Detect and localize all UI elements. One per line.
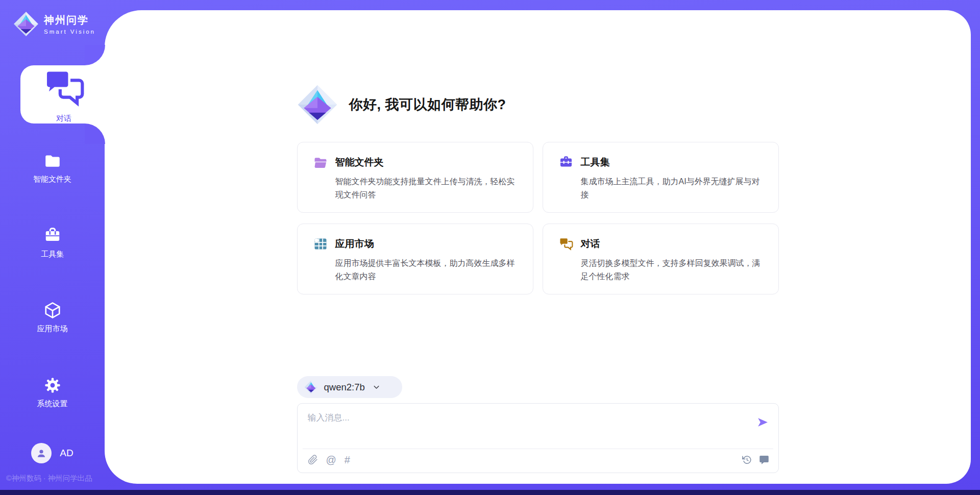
conversation-list-button[interactable] (759, 455, 769, 465)
model-logo-icon (304, 380, 318, 394)
greeting-text: 你好, 我可以如何帮助你? (349, 95, 506, 114)
paperclip-icon (308, 455, 318, 465)
card-description: 智能文件夹功能支持批量文件上传与清洗，轻松实现文件问答 (335, 175, 519, 201)
feature-cards: 智能文件夹 智能文件夹功能支持批量文件上传与清洗，轻松实现文件问答 (297, 142, 779, 294)
toolbox-icon (558, 155, 574, 170)
feature-card-chat[interactable]: 对话 灵活切换多模型文件，支持多样回复效果调试，满足个性化需求 (543, 224, 779, 294)
send-icon[interactable] (756, 416, 769, 429)
active-tab-fillet-top (85, 45, 105, 65)
message-composer: @ # (297, 403, 779, 473)
feature-card-app-market[interactable]: 应用市场 应用市场提供丰富长文本模板，助力高效生成多样化文章内容 (297, 224, 533, 294)
folder-icon (43, 152, 62, 170)
model-selector[interactable]: qwen2:7b (297, 376, 402, 398)
sidebar-item-label: 系统设置 (37, 399, 68, 409)
sidebar-item-smart-folder[interactable]: 智能文件夹 (0, 152, 105, 184)
feature-card-toolset[interactable]: 工具集 集成市场上主流工具，助力AI与外界无缝扩展与对接 (543, 142, 779, 213)
folder-icon (313, 155, 328, 170)
chat-icon (42, 65, 86, 110)
brand[interactable]: 神州问学 Smart Vision (13, 11, 95, 37)
brand-logo-icon (13, 11, 39, 37)
chat-icon (558, 236, 574, 252)
card-description: 灵活切换多模型文件，支持多样回复效果调试，满足个性化需求 (581, 257, 764, 283)
sidebar-item-app-market[interactable]: 应用市场 (0, 301, 105, 334)
avatar (31, 443, 52, 463)
card-title: 智能文件夹 (335, 156, 384, 169)
mention-button[interactable]: @ (326, 455, 336, 465)
card-title: 工具集 (581, 156, 610, 169)
sidebar-footer: ©神州数码 · 神州问学出品 (6, 474, 92, 483)
gear-icon (43, 376, 62, 394)
user-initials: AD (60, 448, 73, 459)
card-description: 应用市场提供丰富长文本模板，助力高效生成多样化文章内容 (335, 257, 519, 283)
history-icon (742, 455, 752, 465)
sidebar-item-toolset[interactable]: 工具集 (0, 227, 105, 259)
history-button[interactable] (742, 455, 752, 465)
brand-name: 神州问学 (44, 13, 95, 27)
feature-card-smart-folder[interactable]: 智能文件夹 智能文件夹功能支持批量文件上传与清洗，轻松实现文件问答 (297, 142, 533, 213)
toolbox-icon (43, 227, 62, 245)
sidebar-item-label: 智能文件夹 (33, 175, 71, 184)
sidebar-item-label: 工具集 (41, 250, 64, 259)
cube-icon (43, 301, 62, 319)
sidebar-item-label: 应用市场 (37, 324, 68, 334)
sidebar: 神州问学 Smart Vision 对话 智能文件夹 工具集 (0, 0, 105, 495)
at-icon: @ (326, 455, 336, 465)
message-input[interactable] (308, 412, 742, 441)
model-name: qwen2:7b (324, 382, 365, 393)
greeting-row: 你好, 我可以如何帮助你? (297, 10, 779, 125)
bottom-bar (0, 490, 980, 495)
brand-subtitle: Smart Vision (44, 29, 95, 35)
assistant-logo-icon (297, 84, 338, 125)
hash-icon: # (345, 455, 350, 465)
main-content-area: 你好, 我可以如何帮助你? 智能文件夹 智能文件夹功能支持批量文件上传与清洗，轻… (105, 10, 971, 484)
card-title: 对话 (581, 237, 600, 251)
composer-divider (303, 449, 773, 449)
person-icon (35, 447, 47, 459)
sidebar-item-settings[interactable]: 系统设置 (0, 376, 105, 409)
grid-icon (313, 236, 328, 252)
card-title: 应用市场 (335, 237, 374, 251)
sidebar-item-label: 对话 (56, 114, 71, 123)
message-icon (759, 455, 769, 465)
chevron-down-icon (372, 383, 381, 391)
topic-button[interactable]: # (345, 455, 350, 465)
active-tab-fillet-bottom (85, 123, 105, 144)
user-account[interactable]: AD (0, 443, 105, 463)
card-description: 集成市场上主流工具，助力AI与外界无缝扩展与对接 (581, 175, 764, 201)
sidebar-item-chat[interactable]: 对话 (20, 65, 107, 123)
attach-file-button[interactable] (308, 455, 318, 465)
